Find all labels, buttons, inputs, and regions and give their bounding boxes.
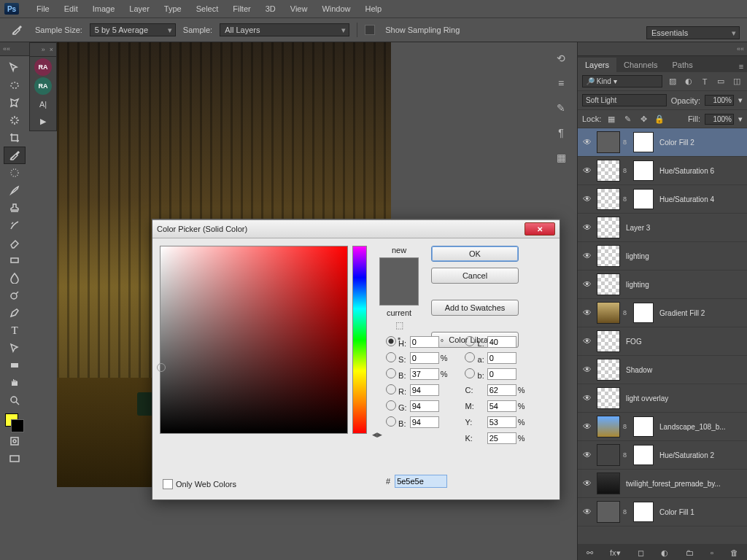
zoom-tool[interactable] bbox=[4, 392, 26, 409]
sample-size-dropdown[interactable]: 5 by 5 Average bbox=[90, 23, 176, 36]
panel-close-icon[interactable]: × bbox=[50, 46, 53, 53]
s-input[interactable] bbox=[410, 352, 439, 364]
radio-r[interactable] bbox=[386, 384, 396, 394]
stamp-tool[interactable] bbox=[4, 199, 26, 217]
radio-a[interactable] bbox=[465, 352, 475, 362]
radio-h[interactable] bbox=[386, 336, 396, 346]
radio-g[interactable] bbox=[386, 400, 396, 411]
layer-row[interactable]: 👁 FOG bbox=[578, 327, 747, 356]
b-input[interactable] bbox=[487, 368, 516, 380]
layer-row[interactable]: 👁 8 Color Fill 2 bbox=[578, 128, 747, 157]
menu-file[interactable]: File bbox=[36, 4, 50, 13]
play-icon[interactable]: ▶ bbox=[35, 114, 51, 128]
layer-thumb[interactable] bbox=[597, 472, 620, 494]
marquee-tool[interactable] bbox=[4, 77, 26, 94]
visibility-icon[interactable]: 👁 bbox=[581, 478, 594, 489]
radio-bc[interactable] bbox=[386, 416, 396, 427]
filter-adjust-icon[interactable]: ◐ bbox=[683, 76, 694, 88]
panel-menu-icon[interactable]: ≡ bbox=[735, 61, 747, 72]
text-align-icon[interactable]: A| bbox=[35, 97, 51, 112]
layer-thumb[interactable] bbox=[597, 302, 620, 324]
tab-channels[interactable]: Channels bbox=[616, 58, 665, 72]
menu-view[interactable]: View bbox=[290, 4, 308, 13]
filter-kind-dropdown[interactable]: 🔎 Kind ▾ bbox=[582, 75, 662, 88]
brush-preset-icon[interactable]: ✎ bbox=[552, 99, 570, 117]
menu-3d[interactable]: 3D bbox=[266, 4, 276, 13]
cancel-button[interactable]: Cancel bbox=[431, 268, 519, 284]
lock-pixel-icon[interactable]: ✎ bbox=[622, 113, 633, 125]
eraser-tool[interactable] bbox=[4, 234, 26, 252]
l-input[interactable] bbox=[487, 336, 516, 348]
visibility-icon[interactable]: 👁 bbox=[581, 507, 594, 517]
layer-row[interactable]: 👁 lighting bbox=[578, 271, 747, 299]
layer-thumb[interactable] bbox=[597, 330, 620, 352]
layer-row[interactable]: 👁 8 Hue/Saturation 6 bbox=[578, 157, 747, 185]
menu-image[interactable]: Image bbox=[93, 4, 115, 13]
menu-type[interactable]: Type bbox=[164, 4, 182, 13]
layer-mask[interactable] bbox=[633, 303, 654, 323]
visibility-icon[interactable]: 👁 bbox=[581, 393, 594, 403]
layer-row[interactable]: 👁 8 Hue/Saturation 2 bbox=[578, 441, 747, 470]
layer-mask[interactable] bbox=[633, 416, 654, 437]
fx-icon[interactable]: fx▾ bbox=[610, 548, 621, 558]
lock-trans-icon[interactable]: ▦ bbox=[605, 113, 617, 125]
layer-row[interactable]: 👁 lighting bbox=[578, 242, 747, 271]
tab-layers[interactable]: Layers bbox=[578, 58, 616, 72]
gradient-tool[interactable] bbox=[4, 252, 26, 269]
bv-input[interactable] bbox=[410, 368, 439, 380]
radio-s[interactable] bbox=[386, 352, 396, 362]
m-input[interactable] bbox=[487, 400, 516, 412]
layer-row[interactable]: 👁 8 Landscape_108_b... bbox=[578, 413, 747, 441]
eyedropper-tool[interactable] bbox=[4, 147, 26, 164]
delete-icon[interactable]: 🗑 bbox=[730, 548, 738, 557]
menu-window[interactable]: Window bbox=[322, 4, 350, 13]
c-input[interactable] bbox=[487, 384, 516, 396]
hue-slider[interactable] bbox=[352, 246, 367, 434]
radio-l[interactable] bbox=[465, 336, 475, 346]
lock-pos-icon[interactable]: ✥ bbox=[638, 113, 649, 125]
layer-thumb[interactable] bbox=[597, 359, 620, 381]
menu-layer[interactable]: Layer bbox=[129, 4, 150, 13]
color-swatch[interactable] bbox=[5, 413, 24, 432]
shape-tool[interactable] bbox=[4, 357, 26, 374]
web-colors-checkbox[interactable] bbox=[163, 479, 173, 489]
layer-mask[interactable] bbox=[633, 132, 654, 152]
new-layer-icon[interactable]: ▫ bbox=[711, 548, 713, 557]
mask-icon[interactable]: ◻ bbox=[638, 548, 644, 558]
adjustment-icon[interactable]: ◐ bbox=[661, 548, 668, 558]
y-input[interactable] bbox=[487, 416, 516, 428]
brush-tool[interactable] bbox=[4, 182, 26, 199]
visibility-icon[interactable]: 👁 bbox=[581, 450, 594, 460]
opacity-input[interactable]: 100% bbox=[705, 95, 734, 106]
fill-input[interactable]: 100% bbox=[705, 114, 734, 125]
add-swatch-button[interactable]: Add to Swatches bbox=[431, 300, 519, 316]
layer-thumb[interactable] bbox=[597, 501, 620, 523]
filter-pixel-icon[interactable]: ▨ bbox=[667, 76, 678, 88]
sample-dropdown[interactable]: All Layers bbox=[220, 23, 349, 36]
comp-badge-b[interactable]: RA bbox=[34, 77, 52, 95]
group-icon[interactable]: 🗀 bbox=[686, 548, 694, 557]
layer-thumb[interactable] bbox=[597, 188, 620, 210]
visibility-icon[interactable]: 👁 bbox=[581, 166, 594, 176]
layer-mask[interactable] bbox=[633, 189, 654, 209]
visibility-icon[interactable]: 👁 bbox=[581, 137, 594, 147]
layer-row[interactable]: 👁 Shadow bbox=[578, 356, 747, 384]
wand-tool[interactable] bbox=[4, 112, 26, 129]
layer-row[interactable]: 👁 8 Color Fill 1 bbox=[578, 498, 747, 526]
lasso-tool[interactable] bbox=[4, 94, 26, 112]
radio-bv[interactable] bbox=[386, 368, 396, 378]
path-tool[interactable] bbox=[4, 339, 26, 357]
comp-badge-a[interactable]: RA bbox=[34, 58, 52, 76]
filter-type-icon[interactable]: T bbox=[699, 76, 711, 88]
tab-paths[interactable]: Paths bbox=[665, 58, 700, 72]
layer-thumb[interactable] bbox=[597, 217, 620, 238]
heal-tool[interactable] bbox=[4, 164, 26, 182]
cube-icon[interactable]: ⬚ bbox=[395, 320, 403, 330]
layer-row[interactable]: 👁 8 Hue/Saturation 4 bbox=[578, 185, 747, 214]
move-tool[interactable] bbox=[4, 59, 26, 77]
visibility-icon[interactable]: 👁 bbox=[581, 222, 594, 233]
workspace-dropdown[interactable]: Essentials bbox=[646, 26, 740, 39]
layer-thumb[interactable] bbox=[597, 160, 620, 182]
visibility-icon[interactable]: 👁 bbox=[581, 308, 594, 318]
pen-tool[interactable] bbox=[4, 304, 26, 322]
